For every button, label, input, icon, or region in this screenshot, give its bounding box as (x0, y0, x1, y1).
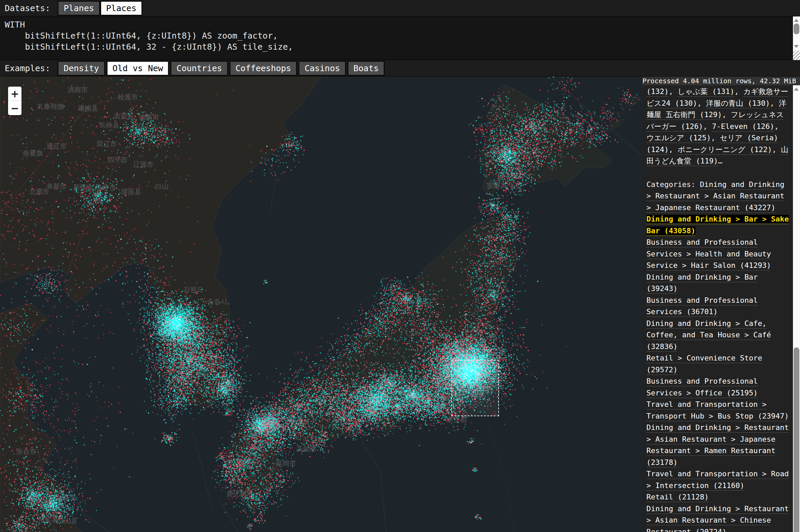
example-button-countries[interactable]: Countries (170, 61, 228, 76)
top-names-list: (132), しゃぶ葉 (131), カギ救急サービス24 (130), 洋服の… (647, 86, 789, 167)
example-button-density[interactable]: Density (57, 61, 105, 76)
category-link[interactable]: Retail > Convenience Store (29572) (647, 354, 762, 374)
name-link[interactable]: 洋服の青山 (130) (706, 99, 770, 108)
example-button-casinos[interactable]: Casinos (298, 61, 346, 76)
map-container[interactable]: + − (0, 77, 642, 532)
dataset-button-places[interactable]: Places (100, 1, 143, 16)
page-scrollbar-thumb[interactable] (794, 347, 799, 532)
datasets-bar: Datasets: PlanesPlaces (0, 0, 800, 16)
category-link[interactable]: Travel and Transportation > Road > Inter… (647, 470, 789, 490)
example-button-coffeeshops[interactable]: Coffeeshops (230, 61, 297, 76)
sql-editor[interactable]: WITH bitShiftLeft(1::UInt64, {z:UInt8}) … (0, 16, 800, 60)
page-scrollbar[interactable] (793, 85, 800, 532)
scroll-down-icon[interactable] (794, 45, 799, 48)
sql-scrollbar-thumb[interactable] (794, 23, 799, 34)
examples-bar: Examples: DensityOld vs NewCountriesCoff… (0, 60, 800, 77)
scroll-up-icon[interactable] (794, 19, 799, 22)
category-link[interactable]: Dining and Drinking > Restaurant > Asian… (647, 505, 789, 532)
category-link[interactable]: Dining and Drinking > Restaurant > Asian… (647, 423, 789, 467)
resize-grip-icon[interactable] (793, 50, 800, 60)
name-link[interactable]: ウエルシア (125) (647, 134, 711, 142)
category-link[interactable]: Travel and Transportation > Transport Hu… (647, 400, 789, 420)
map-zoom-control: + − (8, 87, 21, 115)
map-canvas[interactable] (0, 77, 642, 532)
categories-label: Categories: (647, 180, 700, 189)
datasets-label: Datasets: (5, 3, 50, 13)
sql-editor-scrollbar[interactable] (793, 16, 800, 50)
category-link[interactable]: Business and Professional Services > Hea… (647, 238, 771, 269)
zoom-in-button[interactable]: + (8, 87, 21, 101)
category-link[interactable]: Business and Professional Services (3670… (647, 296, 758, 316)
map-selection-box[interactable] (451, 360, 499, 416)
examples-label: Examples: (5, 63, 50, 73)
dataset-button-planes[interactable]: Planes (57, 1, 100, 16)
name-link[interactable]: ポニークリーニング (122) (678, 145, 772, 154)
examples-button-group: DensityOld vs NewCountriesCoffeeshopsCas… (57, 61, 386, 76)
scroll-up-icon[interactable] (794, 88, 799, 91)
category-link[interactable]: Retail (21128) (647, 493, 709, 501)
results-sidebar: (132), しゃぶ葉 (131), カギ救急サービス24 (130), 洋服の… (642, 85, 793, 532)
sql-query-text[interactable]: WITH bitShiftLeft(1::UInt64, {z:UInt8}) … (0, 16, 800, 52)
category-link-selected[interactable]: Dining and Drinking > Bar > Sake Bar (43… (647, 215, 789, 235)
example-button-old-vs-new[interactable]: Old vs New (107, 61, 169, 76)
categories-list: Categories: Dining and Drinking > Restau… (647, 179, 789, 532)
datasets-button-group: PlanesPlaces (57, 1, 143, 16)
category-link[interactable]: Dining and Drinking > Bar (39243) (647, 273, 758, 293)
name-link[interactable]: (132) (647, 87, 669, 96)
category-link[interactable]: Business and Professional Services > Off… (647, 377, 758, 397)
name-link[interactable]: しゃぶ葉 (131) (678, 87, 734, 96)
status-bar: Processed 4.04 million rows, 42.32 MiB (642, 77, 800, 85)
zoom-out-button[interactable]: − (8, 101, 21, 115)
name-link[interactable]: 7-Eleven (126) (712, 122, 774, 131)
category-link[interactable]: Dining and Drinking > Cafe, Coffee, and … (647, 319, 771, 351)
example-button-boats[interactable]: Boats (347, 61, 385, 76)
